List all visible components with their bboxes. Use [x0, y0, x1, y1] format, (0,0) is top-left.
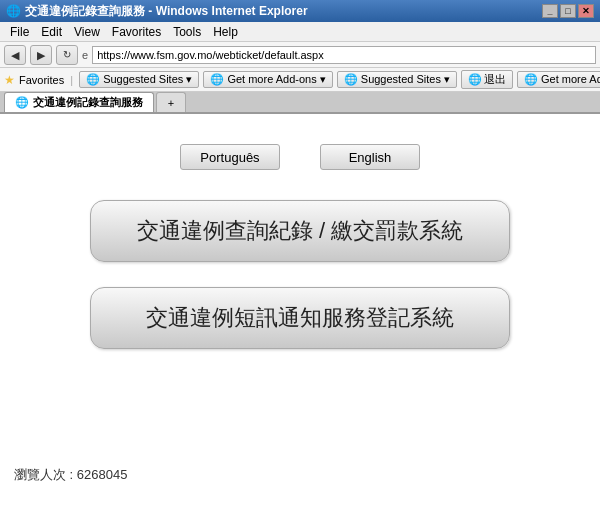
- title-bar: 🌐 交通違例記錄查詢服務 - Windows Internet Explorer…: [0, 0, 600, 22]
- menu-file[interactable]: File: [4, 24, 35, 40]
- logout-label: 退出: [484, 72, 506, 87]
- content-area: Português English 交通違例查詢紀錄 / 繳交罰款系統 交通違例…: [0, 114, 600, 514]
- visitor-count: 瀏覽人次 : 6268045: [0, 456, 141, 494]
- favorites-label: Favorites: [19, 74, 64, 86]
- address-input[interactable]: [92, 46, 596, 64]
- favorites-star-icon: ★: [4, 73, 15, 87]
- fav-separator: |: [70, 74, 73, 86]
- new-tab-button[interactable]: +: [156, 92, 186, 112]
- suggested-sites-button-2[interactable]: 🌐 Suggested Sites ▾: [337, 71, 457, 88]
- restore-button[interactable]: □: [560, 4, 576, 18]
- address-bar: ◀ ▶ ↻ e: [0, 42, 600, 68]
- window-title: 交通違例記錄查詢服務 - Windows Internet Explorer: [25, 3, 308, 20]
- menu-favorites[interactable]: Favorites: [106, 24, 167, 40]
- ie-icon: 🌐: [6, 4, 21, 18]
- logout-button[interactable]: 🌐 退出: [461, 70, 513, 89]
- browser-window: 🌐 交通違例記錄查詢服務 - Windows Internet Explorer…: [0, 0, 600, 514]
- back-button[interactable]: ◀: [4, 45, 26, 65]
- minimize-button[interactable]: _: [542, 4, 558, 18]
- suggested-sites-label-1: 🌐 Suggested Sites ▾: [86, 73, 192, 86]
- portuguese-button[interactable]: Português: [180, 144, 280, 170]
- suggested-sites-button-1[interactable]: 🌐 Suggested Sites ▾: [79, 71, 199, 88]
- english-button[interactable]: English: [320, 144, 420, 170]
- get-addons-label-1: 🌐 Get more Add-ons ▾: [210, 73, 325, 86]
- forward-button[interactable]: ▶: [30, 45, 52, 65]
- sms-registration-label: 交通違例短訊通知服務登記系統: [146, 303, 454, 333]
- close-button[interactable]: ✕: [578, 4, 594, 18]
- portuguese-label: Português: [200, 150, 259, 165]
- suggested-sites-label-2: 🌐 Suggested Sites ▾: [344, 73, 450, 86]
- menu-help[interactable]: Help: [207, 24, 244, 40]
- traffic-query-label: 交通違例查詢紀錄 / 繳交罰款系統: [137, 216, 463, 246]
- english-label: English: [349, 150, 392, 165]
- language-row: Português English: [30, 144, 570, 170]
- tab-icon: 🌐: [15, 96, 29, 109]
- sms-registration-button[interactable]: 交通違例短訊通知服務登記系統: [90, 287, 510, 349]
- get-addons-button-2[interactable]: 🌐 Get more Add-ons ▾: [517, 71, 600, 88]
- address-label: e: [82, 49, 88, 61]
- menu-tools[interactable]: Tools: [167, 24, 207, 40]
- get-addons-button-1[interactable]: 🌐 Get more Add-ons ▾: [203, 71, 332, 88]
- refresh-button[interactable]: ↻: [56, 45, 78, 65]
- menu-view[interactable]: View: [68, 24, 106, 40]
- menu-edit[interactable]: Edit: [35, 24, 68, 40]
- menu-bar: File Edit View Favorites Tools Help: [0, 22, 600, 42]
- window-controls: _ □ ✕: [542, 4, 594, 18]
- get-addons-label-2: 🌐 Get more Add-ons ▾: [524, 73, 600, 86]
- tab-label: 交通違例記錄查詢服務: [33, 95, 143, 110]
- current-tab[interactable]: 🌐 交通違例記錄查詢服務: [4, 92, 154, 112]
- visitor-count-label: 瀏覽人次 : 6268045: [14, 467, 127, 482]
- logout-icon: 🌐: [468, 73, 482, 86]
- traffic-query-button[interactable]: 交通違例查詢紀錄 / 繳交罰款系統: [90, 200, 510, 262]
- tab-bar: 🌐 交通違例記錄查詢服務 +: [0, 92, 600, 114]
- favorites-bar: ★ Favorites | 🌐 Suggested Sites ▾ 🌐 Get …: [0, 68, 600, 92]
